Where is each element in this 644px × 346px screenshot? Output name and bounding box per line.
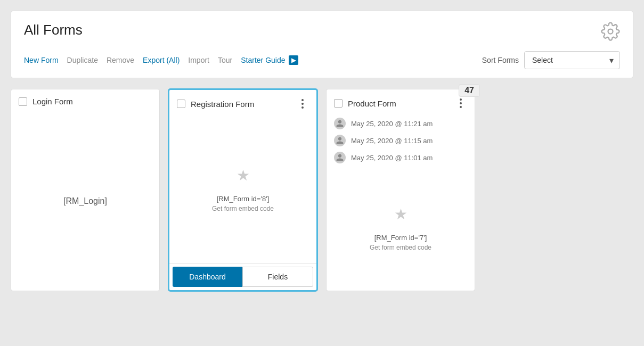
- fields-button[interactable]: Fields: [242, 267, 313, 287]
- card-product-title: Product Form: [348, 99, 449, 108]
- card-product-checkbox[interactable]: [334, 99, 343, 108]
- user-icon: [336, 136, 344, 145]
- tour-link[interactable]: Tour: [218, 56, 232, 64]
- settings-button[interactable]: [601, 22, 620, 43]
- remove-link[interactable]: Remove: [107, 56, 134, 64]
- sort-area: Sort Forms Select Title A-Z Title Z-A Ne…: [482, 51, 620, 69]
- card-registration-checkbox[interactable]: [177, 100, 185, 108]
- card-login-body: [RM_Login]: [11, 111, 159, 291]
- submission-date-1: May 25, 2020 @ 11:21 am: [351, 120, 433, 128]
- user-icon: [336, 119, 344, 128]
- menu-dot: [301, 106, 304, 109]
- card-registration-embed[interactable]: Get form embed code: [212, 205, 274, 212]
- card-registration-body: ★ [RM_Form id='8'] Get form embed code: [169, 116, 316, 263]
- star-icon: ★: [237, 167, 250, 184]
- page-title: All Forms: [24, 22, 83, 38]
- card-product-menu-button[interactable]: [454, 97, 467, 110]
- submission-date-3: May 25, 2020 @ 11:01 am: [351, 154, 433, 162]
- card-registration-title: Registration Form: [191, 100, 291, 109]
- submission-row-2[interactable]: May 25, 2020 @ 11:15 am: [327, 132, 475, 149]
- card-product-body: ★ [RM_Form id='7'] Get form embed code: [327, 166, 475, 291]
- card-product-shortcode: [RM_Form id='7']: [374, 234, 427, 242]
- star-icon-product: ★: [394, 205, 407, 223]
- card-login-checkbox[interactable]: [19, 97, 27, 106]
- menu-dot: [460, 106, 462, 108]
- submission-date-2: May 25, 2020 @ 11:15 am: [351, 137, 433, 145]
- svg-point-0: [608, 29, 613, 34]
- card-login-header: Login Form: [11, 89, 159, 111]
- menu-dot: [301, 103, 304, 105]
- sort-label: Sort Forms: [482, 56, 519, 64]
- menu-dot: [460, 98, 462, 101]
- submission-row-3[interactable]: May 25, 2020 @ 11:01 am: [327, 149, 475, 166]
- card-login: Login Form [RM_Login]: [11, 89, 160, 291]
- new-form-link[interactable]: New Form: [24, 56, 59, 64]
- card-product-embed[interactable]: Get form embed code: [370, 244, 431, 251]
- user-icon: [336, 153, 344, 162]
- submissions-badge: 47: [459, 84, 480, 97]
- card-registration-actions: Dashboard Fields: [169, 263, 316, 290]
- menu-dot: [460, 102, 462, 104]
- gear-icon: [601, 22, 620, 41]
- avatar-icon-1: [334, 118, 346, 129]
- card-product-header: Product Form: [327, 89, 475, 115]
- duplicate-link[interactable]: Duplicate: [67, 56, 98, 64]
- starter-guide-link[interactable]: Starter Guide ▶: [241, 55, 298, 65]
- card-registration-menu-button[interactable]: [296, 97, 309, 110]
- select-wrapper: Select Title A-Z Title Z-A Newest Oldest: [524, 51, 620, 69]
- import-link[interactable]: Import: [188, 56, 209, 64]
- avatar-icon-3: [334, 152, 346, 163]
- sort-select[interactable]: Select Title A-Z Title Z-A Newest Oldest: [524, 51, 620, 69]
- avatar-icon-2: [334, 135, 346, 146]
- panel-header: All Forms: [24, 22, 620, 43]
- starter-guide-icon: ▶: [289, 55, 298, 65]
- submission-row-1[interactable]: May 25, 2020 @ 11:21 am: [327, 115, 475, 132]
- menu-dot: [301, 99, 304, 101]
- login-shortcode: [RM_Login]: [63, 196, 107, 206]
- card-product: 47 Product Form May 25, 2020 @ 11:21 am …: [326, 89, 475, 291]
- card-registration-header: Registration Form: [169, 90, 316, 116]
- cards-container: Login Form [RM_Login] Registration Form …: [11, 87, 633, 293]
- dashboard-button[interactable]: Dashboard: [173, 267, 242, 287]
- export-link[interactable]: Export (All): [143, 56, 180, 64]
- main-panel: All Forms New Form Duplicate Remove Expo…: [11, 11, 633, 78]
- card-registration: Registration Form ★ [RM_Form id='8'] Get…: [168, 89, 317, 291]
- card-registration-shortcode: [RM_Form id='8']: [217, 195, 270, 203]
- card-login-title: Login Form: [32, 97, 152, 106]
- toolbar: New Form Duplicate Remove Export (All) I…: [24, 51, 620, 69]
